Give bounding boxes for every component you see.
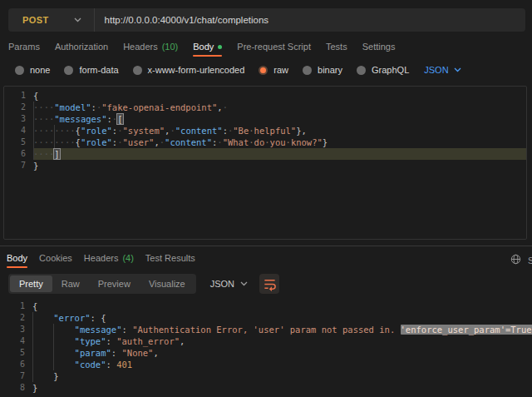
code-content: } [33, 160, 526, 171]
line-number: 5 [3, 347, 32, 359]
indent-guide [53, 324, 54, 335]
code-content: { [33, 90, 526, 102]
code-line[interactable]: 1{ [3, 300, 532, 312]
response-tabs: BodyCookiesHeaders(4)Test Results [7, 253, 195, 268]
indent-guide [32, 359, 33, 370]
status-text-clipped: S [528, 256, 532, 265]
response-tab-headers[interactable]: Headers(4) [84, 253, 134, 268]
indent-guide [54, 125, 55, 136]
code-line[interactable]: 4········{"role":·"system",·"content":·"… [4, 125, 526, 136]
code-content: } [32, 382, 532, 394]
body-type-binary[interactable]: binary [303, 65, 342, 75]
method-dropdown[interactable]: POST [8, 15, 81, 25]
line-number: 6 [4, 148, 33, 160]
indent-guide [33, 102, 34, 113]
view-preview[interactable]: Preview [89, 275, 140, 292]
view-switcher: PrettyRawPreviewVisualize [8, 274, 196, 294]
code-line[interactable]: 1{ [4, 90, 526, 102]
code-line[interactable]: 7} [4, 160, 526, 171]
code-token: } [32, 383, 37, 393]
view-pretty[interactable]: Pretty [10, 275, 52, 292]
response-language-dropdown[interactable]: JSON [210, 279, 248, 289]
code-token: ···· [33, 114, 54, 124]
code-token: "role" [81, 126, 112, 136]
radio-label: GraphQL [372, 65, 409, 75]
body-type-x-www-form-urlencoded[interactable]: x-www-form-urlencoded [133, 65, 245, 75]
code-line[interactable]: 2 "error": { [3, 312, 532, 324]
radio-icon [15, 66, 24, 75]
code-line[interactable]: 4 "type": "auth_error", [3, 335, 532, 347]
tab-headers[interactable]: Headers(10) [123, 42, 178, 57]
code-token: ] [54, 149, 59, 159]
indent-guide [32, 312, 33, 324]
code-token: "param" [75, 348, 111, 358]
code-token: "error" [53, 313, 90, 323]
code-token: "message" [75, 325, 122, 335]
body-type-graphql[interactable]: GraphQL [357, 65, 409, 75]
code-content: "param": "None", [32, 347, 532, 359]
response-tab-cookies[interactable]: Cookies [39, 253, 72, 268]
request-language-dropdown[interactable]: JSON [424, 65, 461, 75]
response-body-editor[interactable]: 1{2 "error": {3 "message": "Authenticati… [3, 297, 532, 394]
indent-guide [33, 136, 34, 148]
code-line[interactable]: 3 "message": "Authentication Error, 'use… [3, 324, 532, 335]
view-raw[interactable]: Raw [52, 275, 89, 292]
chevron-down-icon [240, 281, 248, 286]
code-token: "What [223, 137, 249, 147]
view-visualize[interactable]: Visualize [140, 275, 195, 292]
tab-params[interactable]: Params [8, 42, 40, 57]
code-content: "error": { [32, 312, 532, 324]
body-type-none[interactable]: none [15, 65, 50, 75]
url-input[interactable]: http://0.0.0.0:4000/v1/chat/completions [105, 15, 269, 25]
tab-label: Params [8, 42, 40, 52]
tab-body[interactable]: Body [193, 42, 222, 57]
indent-guide [33, 113, 34, 125]
code-token: "model" [54, 102, 91, 112]
line-number: 1 [3, 300, 32, 312]
method-label: POST [8, 15, 49, 25]
code-token: { [33, 91, 38, 101]
code-token: helpful" [254, 126, 297, 136]
line-number: 4 [3, 335, 32, 347]
code-token: ···· [33, 149, 54, 159]
tab-settings[interactable]: Settings [362, 42, 396, 57]
request-body-editor[interactable]: 1{2····"model":·"fake-openai-endpoint",·… [3, 86, 527, 240]
code-line[interactable]: 5········{"role":·"user",·"content":·"Wh… [4, 136, 526, 148]
tab-label: Pre-request Script [237, 42, 311, 52]
code-line[interactable]: 6 "code": 401 [3, 359, 532, 370]
code-line[interactable]: 3····"messages":·[ [4, 113, 526, 125]
code-token: { [32, 301, 37, 311]
tab-authorization[interactable]: Authorization [55, 42, 108, 57]
code-line[interactable]: 8} [3, 382, 532, 394]
code-token: [ [117, 114, 122, 124]
tab-pre-request-script[interactable]: Pre-request Script [237, 42, 311, 57]
radio-icon [303, 66, 312, 75]
globe-icon[interactable] [510, 254, 521, 265]
code-line[interactable]: 5 "param": "None", [3, 347, 532, 359]
body-type-form-data[interactable]: form-data [64, 65, 118, 75]
indent-guide [32, 324, 33, 335]
code-line[interactable]: 2····"model":·"fake-openai-endpoint",· [4, 102, 526, 113]
code-token: "Be [233, 126, 249, 136]
code-content: "type": "auth_error", [32, 335, 532, 347]
radio-icon [133, 66, 142, 75]
tab-count: (4) [122, 253, 133, 263]
response-tab-test-results[interactable]: Test Results [145, 253, 195, 268]
radio-icon [259, 66, 268, 75]
code-token: }, [296, 126, 307, 136]
line-number: 6 [3, 359, 32, 370]
code-line[interactable]: 6····] [4, 148, 526, 160]
radio-icon [357, 66, 366, 75]
line-number: 3 [4, 113, 33, 125]
code-content: ····"model":·"fake-openai-endpoint",· [33, 102, 526, 113]
code-content: } [32, 370, 532, 382]
tab-tests[interactable]: Tests [326, 42, 347, 57]
wrap-text-button[interactable] [259, 274, 279, 294]
response-tab-body[interactable]: Body [7, 253, 27, 268]
code-token: "auth_error" [116, 336, 180, 346]
radio-label: binary [318, 65, 342, 75]
body-type-raw[interactable]: raw [259, 65, 288, 75]
body-type-bar: noneform-datax-www-form-urlencodedrawbin… [15, 65, 461, 75]
code-token: · [223, 102, 228, 112]
code-line[interactable]: 7 } [3, 370, 532, 382]
